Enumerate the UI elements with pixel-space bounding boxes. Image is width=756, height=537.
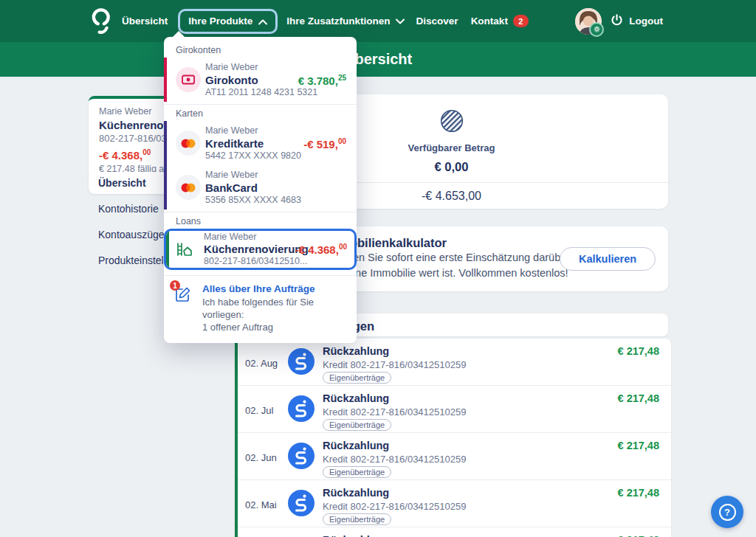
payment-amount: € 217,48 (618, 392, 659, 404)
payment-title: Rückzahlung (323, 392, 389, 404)
item-number: 802-217-816/03412510... (204, 256, 307, 266)
orders-line1: Ich habe folgendes für Sie vorliegen: (202, 296, 345, 321)
kontakt-badge: 2 (513, 15, 529, 27)
george-logo (89, 6, 113, 38)
payment-tag: Eigenüberträge (323, 513, 391, 525)
dropdown-arrow (172, 31, 185, 38)
payment-date: 02. Mai (245, 499, 277, 510)
nav-item-label: Ihre Zusatzfunktionen (286, 15, 390, 27)
item-stripe (164, 165, 167, 209)
payment-amount: € 217,48 (618, 440, 659, 451)
nav-right-group: Logout (575, 0, 663, 42)
payment-row[interactable]: Rückzahlung Kredit 802-217-816/034125102… (238, 527, 671, 537)
payment-title: Rückzahlung (323, 440, 389, 451)
sparkasse-icon (288, 490, 315, 516)
orders-link[interactable]: 1 Alles über Ihre Aufträge Ich habe folg… (164, 276, 357, 343)
mastercard-icon (176, 131, 201, 156)
nav-item-label: Kontakt (471, 15, 508, 27)
section-label-loans: Loans (164, 214, 357, 229)
item-number: 5442 17XX XXXX 9820 (205, 150, 301, 161)
item-owner: Marie Weber (205, 170, 258, 180)
item-amount: -€ 4.368,00 (295, 243, 347, 256)
payment-title: Rückzahlung (323, 534, 389, 537)
dropdown-item-kreditkarte[interactable]: Marie Weber Kreditkarte 5442 17XX XXXX 9… (164, 121, 357, 165)
gear-icon (589, 22, 604, 37)
chevron-up-icon (258, 15, 267, 28)
dropdown-item-bankcard[interactable]: Marie Weber BankCard 5356 85XX XXXX 4683 (164, 165, 357, 209)
power-icon (611, 14, 623, 29)
nav-item-kontakt[interactable]: Kontakt 2 (471, 15, 529, 27)
item-name: Küchenrenovierung (204, 243, 309, 255)
top-navbar: Übersicht Ihre Produkte Ihre Zusatzfunkt… (0, 0, 756, 42)
item-stripe (164, 121, 167, 165)
payment-amount: € 217,48 (618, 345, 659, 357)
nav-item-uebersicht[interactable]: Übersicht (122, 15, 168, 27)
orders-title: Alles über Ihre Aufträge (202, 283, 345, 296)
payment-tag: Eigenüberträge (323, 372, 391, 384)
payment-row[interactable]: 02. Aug Rückzahlung Kredit 802-217-816/0… (238, 339, 671, 386)
payment-title: Rückzahlung (323, 487, 389, 499)
calculator-body-line1: Erhalten Sie sofort eine erste Einschätz… (325, 250, 572, 266)
logout-label: Logout (629, 15, 663, 27)
item-name: Kreditkarte (205, 137, 264, 150)
section-label-girokonten: Girokonten (164, 43, 357, 58)
payment-subtitle: Kredit 802-217-816/03412510259 (323, 501, 466, 512)
nav-item-ihre-produkte[interactable]: Ihre Produkte (178, 9, 278, 34)
payment-date: 02. Jun (245, 452, 277, 463)
dropdown-item-girokonto[interactable]: Marie Weber Girokonto AT11 2011 1248 423… (164, 58, 357, 102)
item-number: AT11 2011 1248 4231 5321 (205, 87, 317, 97)
item-owner: Marie Weber (204, 232, 256, 242)
item-stripe (166, 231, 169, 268)
help-button[interactable]: ? (711, 496, 743, 528)
item-name: Girokonto (205, 74, 258, 86)
nav-item-discover[interactable]: Discover (416, 15, 458, 27)
question-mark-icon: ? (719, 504, 736, 521)
nav-item-zusatzfunktionen[interactable]: Ihre Zusatzfunktionen (286, 15, 404, 27)
payment-subtitle: Kredit 802-217-816/03412510259 (323, 359, 466, 370)
kalkulieren-button[interactable]: Kalkulieren (560, 247, 656, 271)
item-number: 5356 85XX XXXX 4683 (205, 195, 301, 205)
section-label-karten: Karten (164, 106, 357, 121)
logout-button[interactable]: Logout (611, 14, 663, 29)
sparkasse-icon (288, 348, 315, 375)
item-owner: Marie Weber (205, 62, 258, 72)
payment-tag: Eigenüberträge (323, 419, 391, 431)
page-header-band: Übersicht (0, 42, 756, 77)
orders-badge: 1 (170, 280, 180, 291)
payment-row[interactable]: 02. Jun Rückzahlung Kredit 802-217-816/0… (238, 433, 671, 480)
payment-tag: Eigenüberträge (323, 466, 391, 478)
sparkasse-icon (288, 395, 315, 422)
calculator-body-line2: was eine Immobilie wert ist. Vollkommen … (325, 266, 572, 281)
calculator-title: Immobilienkalkulator (325, 236, 572, 250)
payment-date: 02. Aug (245, 358, 278, 369)
payment-subtitle: Kredit 802-217-816/03412510259 (323, 406, 466, 418)
products-dropdown: Girokonten Marie Weber Girokonto AT11 20… (164, 37, 357, 343)
payment-title: Rückzahlung (323, 345, 389, 357)
divider (164, 104, 357, 105)
user-avatar[interactable] (575, 8, 602, 35)
orders-line2: 1 offener Auftrag (202, 321, 345, 333)
dropdown-item-kuechenrenovierung-selected[interactable]: Marie Weber Küchenrenovierung 802-217-81… (164, 229, 357, 270)
giro-card-icon (176, 67, 201, 92)
payment-amount: € 217,48 (618, 487, 659, 499)
payment-amount: € 217,48 (618, 534, 659, 537)
renovation-icon (176, 242, 192, 260)
payment-subtitle: Kredit 802-217-816/03412510259 (323, 454, 466, 465)
item-name: BankCard (205, 181, 258, 194)
payment-date: 02. Jul (245, 405, 273, 416)
nav-item-label: Ihre Produkte (188, 15, 252, 27)
chevron-down-icon (396, 15, 405, 27)
item-owner: Marie Weber (205, 125, 258, 136)
item-stripe (164, 58, 167, 102)
calculator-text: Immobilienkalkulator Erhalten Sie sofort… (325, 236, 572, 281)
payment-row[interactable]: 02. Mai Rückzahlung Kredit 802-217-816/0… (238, 480, 671, 527)
payments-list: 02. Aug Rückzahlung Kredit 802-217-816/0… (235, 339, 671, 537)
divider (164, 212, 357, 212)
item-amount: -€ 519,00 (303, 137, 346, 150)
mastercard-icon (176, 175, 201, 200)
sparkasse-icon (288, 443, 315, 469)
payment-row[interactable]: 02. Jul Rückzahlung Kredit 802-217-816/0… (238, 386, 671, 433)
item-amount: € 3.780,25 (298, 74, 346, 87)
